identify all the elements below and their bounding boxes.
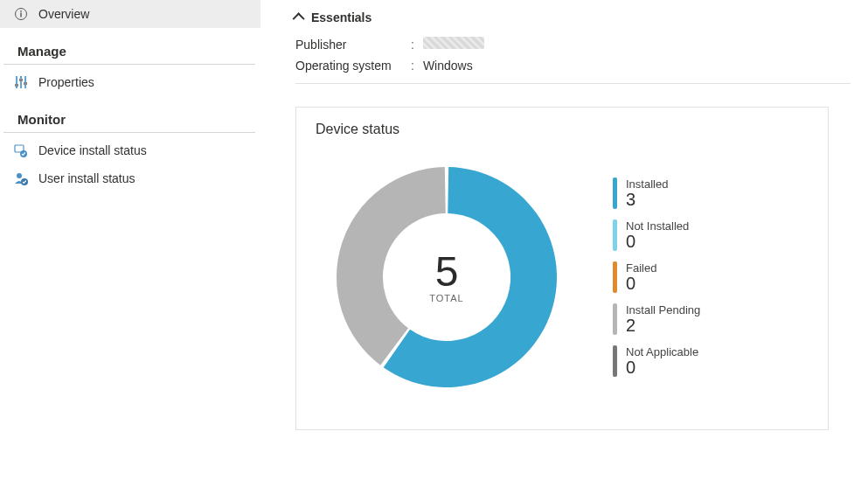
legend-color-bar	[613, 303, 617, 335]
svg-rect-7	[19, 79, 23, 81]
svg-rect-6	[15, 84, 18, 87]
sidebar-item-properties[interactable]: Properties	[0, 68, 260, 96]
kv-publisher: Publisher :	[295, 33, 851, 55]
legend-item: Install Pending 2	[613, 303, 700, 335]
sidebar-section-manage: Manage	[3, 28, 255, 65]
legend-color-bar	[613, 219, 617, 251]
main-content: Essentials Publisher : Operating system …	[271, 0, 868, 480]
kv-label: Publisher	[295, 38, 411, 52]
chevron-up-icon	[293, 12, 305, 24]
device-status-card: Device status 5 TOTAL Installed 3 Not In…	[295, 107, 829, 430]
sidebar: Overview Manage Properties Monitor Devic…	[0, 0, 271, 480]
legend-value: 0	[626, 275, 656, 292]
legend-item: Not Applicable 0	[613, 345, 700, 377]
legend-color-bar	[613, 177, 617, 209]
legend-color-bar	[613, 261, 617, 293]
legend-color-bar	[613, 345, 617, 377]
sidebar-item-label: User install status	[38, 171, 135, 185]
legend-item: Not Installed 0	[613, 219, 700, 251]
card-title: Device status	[316, 122, 809, 137]
svg-rect-4	[20, 76, 22, 88]
device-status-icon	[14, 143, 28, 157]
kv-value	[423, 37, 484, 52]
legend-value: 3	[626, 191, 668, 208]
essentials-title: Essentials	[311, 10, 372, 24]
legend-name: Not Applicable	[626, 345, 698, 358]
essentials-toggle[interactable]: Essentials	[295, 7, 851, 33]
divider	[295, 83, 851, 84]
legend-value: 0	[626, 233, 689, 250]
sidebar-item-overview[interactable]: Overview	[0, 0, 260, 28]
kv-value: Windows	[423, 59, 473, 73]
svg-point-1	[20, 10, 22, 12]
sidebar-item-device-install-status[interactable]: Device install status	[0, 136, 260, 164]
redacted-value	[423, 37, 484, 49]
kv-label: Operating system	[295, 59, 411, 73]
sidebar-item-label: Properties	[38, 75, 94, 89]
legend: Installed 3 Not Installed 0 Failed 0 Ins…	[613, 177, 700, 377]
legend-value: 0	[626, 358, 698, 376]
legend-item: Installed 3	[613, 177, 700, 209]
donut-total: 5	[429, 251, 463, 293]
sliders-icon	[14, 75, 28, 89]
legend-item: Failed 0	[613, 261, 700, 293]
legend-name: Installed	[626, 177, 668, 191]
sidebar-item-user-install-status[interactable]: User install status	[0, 164, 260, 192]
kv-os: Operating system : Windows	[295, 55, 851, 76]
sidebar-item-label: Device install status	[38, 143, 147, 157]
legend-name: Failed	[626, 261, 656, 275]
donut-chart: 5 TOTAL	[316, 146, 578, 408]
svg-point-11	[17, 173, 22, 178]
info-icon	[14, 7, 28, 21]
donut-total-label: TOTAL	[429, 293, 463, 303]
sidebar-item-label: Overview	[38, 7, 89, 21]
sidebar-section-monitor: Monitor	[3, 96, 255, 133]
legend-name: Not Installed	[626, 219, 689, 233]
legend-name: Install Pending	[626, 303, 700, 317]
svg-rect-8	[24, 82, 27, 85]
user-status-icon	[14, 171, 28, 185]
svg-rect-2	[20, 13, 21, 17]
legend-value: 2	[626, 317, 700, 334]
